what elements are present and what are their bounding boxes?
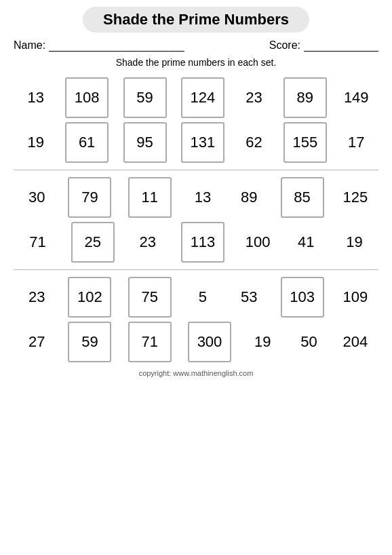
number-23-s1r1i5[interactable]: 23 (239, 83, 269, 113)
instructions-text: Shade the prime numbers in each set. (14, 57, 378, 68)
number-13-s2r1i4[interactable]: 13 (188, 183, 218, 212)
number-41-s2r2i6[interactable]: 41 (291, 227, 321, 257)
number-62-s1r2i5[interactable]: 62 (239, 128, 269, 157)
number-79-s2r1i2[interactable]: 79 (68, 177, 111, 218)
divider-2 (14, 269, 378, 270)
section-3-row-1: 2310275553103109 (14, 277, 378, 318)
section-3: 23102755531031092759713001950204 (14, 277, 378, 362)
number-59-s3r2i2[interactable]: 59 (68, 322, 111, 362)
score-field[interactable] (304, 39, 378, 52)
number-103-s3r1i6[interactable]: 103 (281, 277, 324, 318)
number-75-s3r1i3[interactable]: 75 (128, 277, 172, 318)
number-53-s3r1i5[interactable]: 53 (234, 282, 264, 312)
section-1-row-2: 1961951316215517 (14, 122, 378, 163)
number-300-s3r2i4[interactable]: 300 (188, 322, 231, 362)
number-100-s2r2i5[interactable]: 100 (243, 227, 273, 257)
number-11-s2r1i3[interactable]: 11 (128, 177, 172, 218)
number-30-s2r1i1[interactable]: 30 (22, 183, 52, 212)
section-1: 131085912423891491961951316215517 (14, 77, 378, 163)
number-25-s2r2i2[interactable]: 25 (71, 222, 115, 263)
number-17-s1r2i7[interactable]: 17 (341, 128, 371, 157)
number-13-s1r1i1[interactable]: 13 (21, 83, 51, 113)
number-155-s1r2i6[interactable]: 155 (283, 122, 327, 163)
number-23-s3r1i1[interactable]: 23 (22, 282, 52, 312)
number-124-s1r1i4[interactable]: 124 (181, 77, 224, 118)
copyright-text: copyright: www.mathinenglish.com (14, 369, 378, 377)
number-19-s2r2i7[interactable]: 19 (339, 227, 369, 257)
section-2-row-1: 307911138985125 (14, 177, 378, 218)
name-label: Name: (14, 39, 45, 52)
number-102-s3r1i2[interactable]: 102 (68, 277, 111, 318)
number-149-s1r1i7[interactable]: 149 (341, 83, 371, 113)
score-label: Score: (269, 39, 300, 52)
number-23-s2r2i3[interactable]: 23 (133, 227, 163, 257)
number-108-s1r1i2[interactable]: 108 (65, 77, 109, 118)
page-title: Shade the Prime Numbers (83, 7, 309, 33)
number-89-s1r1i6[interactable]: 89 (283, 77, 327, 118)
number-113-s2r2i4[interactable]: 113 (181, 222, 224, 263)
number-125-s2r1i7[interactable]: 125 (340, 183, 370, 212)
section-2: 3079111389851257125231131004119 (14, 177, 378, 263)
number-50-s3r2i6[interactable]: 50 (294, 327, 324, 357)
section-3-row-2: 2759713001950204 (14, 322, 378, 362)
number-109-s3r1i7[interactable]: 109 (340, 282, 370, 312)
number-19-s1r2i1[interactable]: 19 (21, 128, 51, 157)
number-204-s3r2i7[interactable]: 204 (340, 327, 370, 357)
number-59-s1r1i3[interactable]: 59 (123, 77, 167, 118)
number-71-s3r2i3[interactable]: 71 (128, 322, 172, 362)
number-61-s1r2i2[interactable]: 61 (65, 122, 109, 163)
number-89-s2r1i5[interactable]: 89 (234, 183, 264, 212)
name-field[interactable] (49, 39, 184, 52)
number-85-s2r1i6[interactable]: 85 (281, 177, 324, 218)
number-95-s1r2i3[interactable]: 95 (123, 122, 167, 163)
number-19-s3r2i5[interactable]: 19 (248, 327, 277, 357)
section-1-row-1: 13108591242389149 (14, 77, 378, 118)
divider-1 (14, 170, 378, 170)
section-2-row-2: 7125231131004119 (14, 222, 378, 263)
number-131-s1r2i4[interactable]: 131 (181, 122, 224, 163)
sections-container: 1310859124238914919619513162155173079111… (14, 77, 378, 362)
number-27-s3r2i1[interactable]: 27 (22, 327, 52, 357)
number-71-s2r2i1[interactable]: 71 (23, 227, 53, 257)
number-5-s3r1i4[interactable]: 5 (188, 282, 218, 312)
name-score-row: Name: Score: (14, 39, 378, 52)
